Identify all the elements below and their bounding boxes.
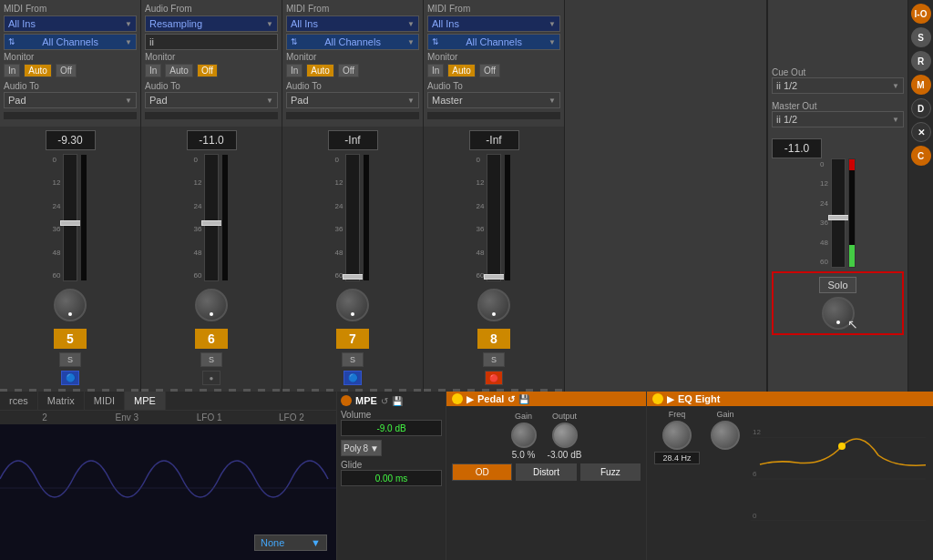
ch1-pan-knob[interactable] (54, 289, 87, 321)
ch3-channel-dropdown[interactable]: ⇅ All Channels ▼ (286, 34, 419, 50)
ch1-mon-in[interactable]: In (4, 64, 20, 77)
tab-sources[interactable]: rces (0, 392, 38, 410)
ch4-audioto-dropdown[interactable]: Master ▼ (427, 92, 560, 108)
ch4-mon-auto[interactable]: Auto (447, 64, 476, 77)
eq-freq-knob[interactable] (662, 421, 692, 450)
ch2-pan-knob[interactable] (195, 289, 228, 321)
ch4-input-arrow: ▼ (549, 20, 556, 28)
ch1-solo-btn[interactable]: S (59, 352, 81, 367)
ch3-pan-knob[interactable] (336, 289, 369, 321)
pedal-gain-label: Gain (515, 412, 532, 421)
ch3-track-number[interactable]: 7 (336, 329, 369, 349)
mpe-glide-value[interactable]: 0.00 ms (341, 470, 442, 486)
pedal-fuzz-btn[interactable]: Fuzz (580, 463, 641, 481)
ch1-audioto-dropdown[interactable]: Pad ▼ (4, 92, 137, 108)
ch4-pan-knob[interactable] (477, 289, 510, 321)
ch1-track-number[interactable]: 5 (54, 329, 87, 349)
master-top-spacer (772, 4, 904, 67)
master-meter-bar (849, 245, 855, 267)
mpe-poly-dropdown[interactable]: Poly 8 ▼ (341, 440, 382, 456)
ch1-icon-btn[interactable]: 🔵 (61, 371, 79, 385)
ch3-mon-off[interactable]: Off (338, 64, 359, 77)
r-icon[interactable]: R (911, 51, 931, 71)
row-label-env3: Env 3 (86, 412, 168, 423)
ch3-mon-auto[interactable]: Auto (306, 64, 334, 77)
master-solo-btn[interactable]: Solo (819, 277, 856, 293)
mpe-volume-value[interactable]: -9.0 dB (341, 420, 442, 436)
master-volume[interactable]: -11.0 (772, 138, 822, 158)
ch1-mon-off[interactable]: Off (56, 64, 77, 77)
master-out-dropdown[interactable]: ii 1/2 ▼ (772, 111, 904, 127)
pedal-save-icon[interactable]: 💾 (518, 394, 529, 404)
eq-handle[interactable] (838, 443, 846, 450)
ch4-volume[interactable]: -Inf (469, 130, 519, 150)
ch4-mon-off[interactable]: Off (479, 64, 500, 77)
ch2-track-number[interactable]: 6 (195, 329, 228, 349)
master-knob-dot (836, 321, 840, 324)
tab-midi[interactable]: MIDI (85, 392, 125, 410)
ch2-rec-btn[interactable]: ● (202, 371, 220, 385)
ch3-solo-btn[interactable]: S (342, 352, 364, 367)
ch1-volume[interactable]: -9.30 (46, 130, 96, 150)
ch3-fader-handle[interactable] (343, 274, 364, 280)
ch1-channel-dropdown[interactable]: ⇅ All Channels ▼ (4, 34, 137, 50)
ch4-monitor-row: Monitor (427, 52, 560, 62)
pedal-refresh-icon[interactable]: ↺ (508, 394, 515, 404)
tab-matrix[interactable]: Matrix (38, 392, 85, 410)
pedal-distort-btn[interactable]: Distort (516, 463, 576, 481)
cue-out-dropdown[interactable]: ii 1/2 ▼ (772, 77, 904, 94)
ch4-solo-btn[interactable]: S (483, 352, 505, 367)
tab-mpe[interactable]: MPE (125, 392, 166, 410)
none-dropdown[interactable]: None ▼ (254, 535, 327, 551)
ch2-volume[interactable]: -11.0 (187, 130, 237, 150)
ch1-input-dropdown[interactable]: All Ins ▼ (4, 15, 137, 32)
s-icon[interactable]: S (911, 27, 931, 47)
pedal-od-btn[interactable]: OD (452, 463, 512, 481)
ch4-rec-btn[interactable]: 🔴 (485, 371, 503, 385)
ch1-mon-auto[interactable]: Auto (24, 64, 52, 77)
ch4-fader-handle[interactable] (484, 274, 506, 280)
ch2-mon-off[interactable]: Off (197, 64, 218, 77)
ch4-input-dropdown[interactable]: All Ins ▼ (427, 15, 560, 32)
c-icon[interactable]: C (911, 146, 931, 166)
ch3-input-dropdown[interactable]: All Ins ▼ (286, 15, 419, 32)
eq-freq-label: Freq (669, 410, 686, 419)
ch3-volume[interactable]: -Inf (328, 130, 378, 150)
ch3-input-label: MIDI From (286, 4, 419, 14)
ch4-fader[interactable] (487, 154, 501, 281)
ch1-fader-handle[interactable] (60, 220, 82, 226)
ch3-audioto-dropdown[interactable]: Pad ▼ (286, 92, 419, 108)
ch2-fader-handle[interactable] (201, 220, 223, 226)
x-icon[interactable]: ✕ (911, 122, 931, 142)
pedal-gain-knob[interactable] (511, 423, 537, 448)
eq-gain-knob[interactable] (711, 421, 740, 450)
mpe-save-icon[interactable]: 💾 (392, 396, 403, 406)
ch2-solo-btn[interactable]: S (200, 352, 222, 367)
eq-status-dot (652, 393, 663, 404)
pedal-output-knob[interactable] (552, 423, 578, 448)
ch2-mon-in[interactable]: In (145, 64, 161, 77)
ch2-input-dropdown[interactable]: Resampling ▼ (145, 15, 278, 32)
mpe-refresh-icon[interactable]: ↺ (381, 396, 388, 406)
master-pan-knob[interactable] (822, 297, 855, 330)
ch3-mon-in[interactable]: In (286, 64, 302, 77)
m-icon[interactable]: M (911, 75, 931, 95)
master-fader-handle[interactable] (828, 215, 850, 220)
ch2-fader[interactable] (204, 154, 219, 281)
ch4-track-number[interactable]: 8 (477, 329, 510, 349)
ch1-fader[interactable] (63, 154, 77, 281)
ch4-channel-dropdown[interactable]: ⇅ All Channels ▼ (427, 34, 560, 50)
ch2-channel-dropdown[interactable]: ii (145, 34, 278, 50)
pedal-status-dot (452, 393, 463, 404)
ch3-middle: -Inf 0 12 24 36 48 60 (282, 127, 423, 389)
ch2-audioto-dropdown[interactable]: Pad ▼ (145, 92, 278, 108)
ch3-top: MIDI From All Ins ▼ ⇅ All Channels ▼ Mon… (282, 0, 423, 127)
ch2-mon-auto[interactable]: Auto (165, 64, 193, 77)
io-icon[interactable]: I-O (911, 4, 931, 24)
ch3-icon-btn[interactable]: 🔵 (343, 371, 362, 385)
ch2-monitor-row: Monitor (145, 52, 278, 62)
d-icon[interactable]: D (911, 98, 931, 118)
master-fader[interactable] (831, 158, 846, 268)
ch4-mon-in[interactable]: In (427, 64, 444, 77)
ch3-fader[interactable] (345, 154, 360, 281)
